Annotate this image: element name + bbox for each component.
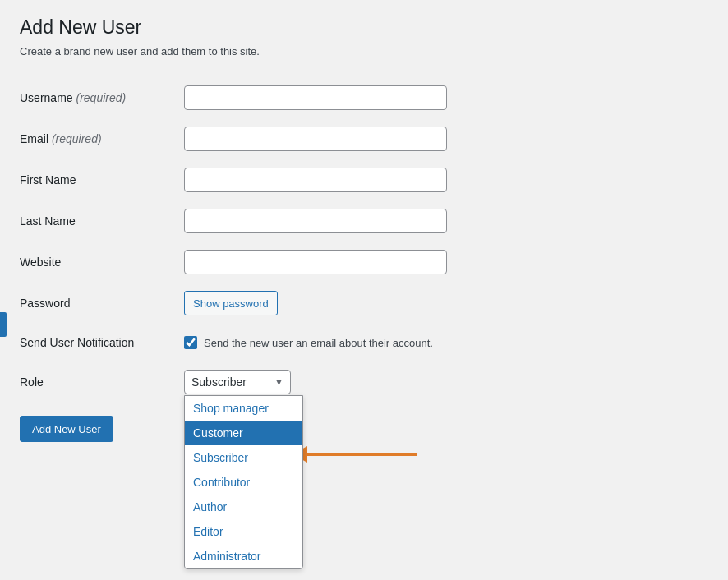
username-label: Username (required) bbox=[20, 77, 184, 118]
notification-label: Send User Notification bbox=[20, 324, 184, 361]
role-selected-value: Subscriber bbox=[191, 375, 247, 389]
password-label: Password bbox=[20, 283, 184, 324]
firstname-row: First Name bbox=[20, 159, 661, 200]
username-input[interactable] bbox=[184, 85, 447, 110]
role-row: Role Subscriber ▼ Shop manager Customer … bbox=[20, 361, 661, 403]
notification-checkbox[interactable] bbox=[184, 336, 197, 349]
role-option-administrator[interactable]: Administrator bbox=[185, 544, 302, 568]
email-input[interactable] bbox=[184, 127, 447, 151]
role-option-shop-manager[interactable]: Shop manager bbox=[185, 396, 302, 421]
role-container: Subscriber ▼ Shop manager Customer Subsc… bbox=[184, 370, 661, 394]
role-option-author[interactable]: Author bbox=[185, 495, 302, 519]
lastname-input[interactable] bbox=[184, 209, 447, 233]
username-row: Username (required) bbox=[20, 77, 661, 118]
role-option-customer[interactable]: Customer bbox=[185, 421, 302, 445]
website-label: Website bbox=[20, 242, 184, 283]
website-row: Website bbox=[20, 242, 661, 283]
notification-text: Send the new user an email about their a… bbox=[204, 337, 433, 349]
lastname-label: Last Name bbox=[20, 200, 184, 242]
page-title: Add New User bbox=[20, 16, 708, 39]
firstname-input[interactable] bbox=[184, 168, 447, 192]
password-row: Password Show password bbox=[20, 283, 661, 324]
arrow-indicator bbox=[294, 453, 417, 456]
firstname-label: First Name bbox=[20, 159, 184, 200]
chevron-down-icon: ▼ bbox=[274, 377, 283, 387]
notification-checkbox-row: Send the new user an email about their a… bbox=[184, 336, 661, 349]
lastname-row: Last Name bbox=[20, 200, 661, 242]
page-wrap: Add New User Create a brand new user and… bbox=[0, 0, 728, 580]
notification-row: Send User Notification Send the new user… bbox=[20, 324, 661, 361]
add-new-user-button[interactable]: Add New User bbox=[20, 416, 113, 442]
left-tab-indicator bbox=[0, 312, 7, 337]
website-input[interactable] bbox=[184, 250, 447, 274]
role-option-contributor[interactable]: Contributor bbox=[185, 470, 302, 495]
email-label: Email (required) bbox=[20, 118, 184, 159]
page-subtitle: Create a brand new user and add them to … bbox=[20, 45, 708, 58]
role-select-button[interactable]: Subscriber ▼ bbox=[184, 370, 291, 394]
email-row: Email (required) bbox=[20, 118, 661, 159]
role-option-subscriber[interactable]: Subscriber bbox=[185, 445, 302, 470]
form-table: Username (required) Email (required) bbox=[20, 77, 661, 403]
role-option-editor[interactable]: Editor bbox=[185, 519, 302, 544]
show-password-button[interactable]: Show password bbox=[184, 291, 278, 315]
role-dropdown-menu: Shop manager Customer Subscriber Contrib… bbox=[184, 395, 303, 569]
arrow-line bbox=[294, 453, 417, 456]
role-label: Role bbox=[20, 361, 184, 403]
